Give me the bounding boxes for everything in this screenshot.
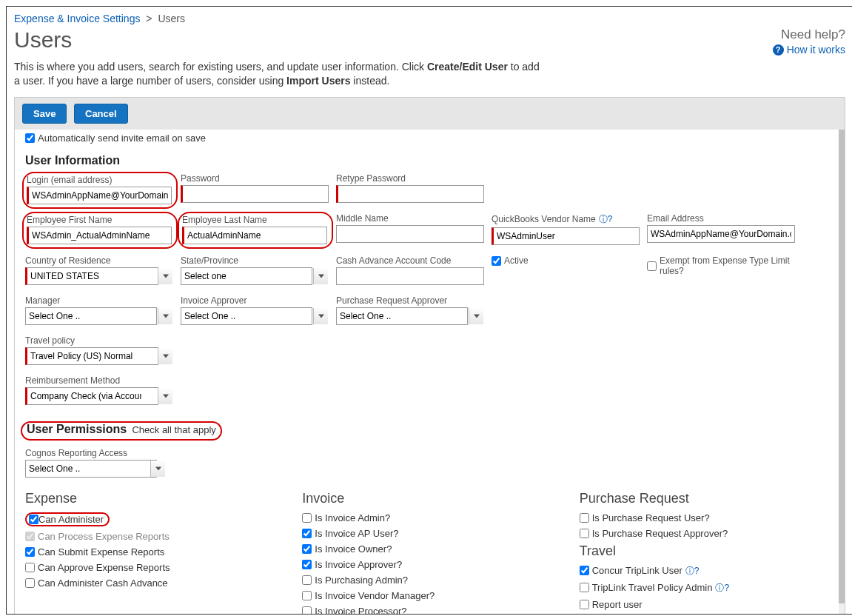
expense-perm-3[interactable]: Can Approve Expense Reports [25,562,280,573]
user-permissions-sub: Check all that apply [132,424,215,435]
exempt-field: Exempt from Expense Type Limit rules? [647,255,795,278]
page-title: Users [14,27,72,53]
invoice-perm-1[interactable]: Is Invoice AP User? [302,528,557,539]
invoice-perm-checkbox-4[interactable] [302,575,312,585]
state-select[interactable] [181,267,329,285]
state-label: State/Province [181,255,329,266]
invapprover-select[interactable] [181,307,329,325]
middle-name-field: Middle Name [336,213,484,243]
breadcrumb: Expense & Invoice Settings > Users [14,13,845,24]
invoice-perm-6[interactable]: Is Invoice Processor? [302,606,557,615]
travel-heading: Travel [580,543,834,559]
expense-perm-checkbox-3[interactable] [25,563,35,572]
prapprover-select[interactable] [336,307,484,325]
cognos-select[interactable] [25,460,166,478]
expense-perm-checkbox-4[interactable] [25,578,35,588]
auto-invite-row[interactable]: Automatically send invite email on save [25,133,834,144]
password-label: Password [181,173,329,184]
expense-col: Expense Can AdministerCan Process Expens… [25,489,280,615]
purchase-perm-label-1: Is Purchase Request Approver? [592,528,728,539]
qbvendor-field: QuickBooks Vendor Nameⓘ? [492,213,640,245]
middle-name-label: Middle Name [336,213,484,224]
manager-field: Manager [25,295,173,325]
invoice-perm-label-6: Is Invoice Processor? [315,606,406,615]
invoice-perm-checkbox-3[interactable] [302,560,312,569]
email-input[interactable] [647,225,795,243]
scroll-thumb[interactable] [839,130,845,603]
need-help-text: Need help? [773,27,845,42]
invoice-perm-5[interactable]: Is Invoice Vendor Manager? [302,590,557,601]
first-name-label: Employee First Name [27,215,172,225]
purchase-perm-0[interactable]: Is Purchase Request User? [580,512,834,523]
travelpolicy-label: Travel policy [25,335,173,346]
purchase-perm-checkbox-0[interactable] [580,513,589,523]
save-button[interactable]: Save [22,104,67,124]
invoice-perm-3[interactable]: Is Invoice Approver? [302,559,557,570]
invoice-perm-label-5: Is Invoice Vendor Manager? [315,590,435,601]
auto-invite-checkbox[interactable] [25,133,35,143]
invoice-perm-checkbox-1[interactable] [302,529,312,538]
expense-perm-4[interactable]: Can Administer Cash Advance [25,578,280,589]
travelpolicy-select[interactable] [25,347,173,365]
cash-field: Cash Advance Account Code [336,255,484,285]
user-permissions-highlight: User Permissions Check all that apply [21,421,222,441]
travel-perm-label-2: Report user [592,599,643,610]
state-field: State/Province [181,255,329,285]
travel-perm-label-0: Concur TripLink User [592,565,682,576]
manager-select[interactable] [25,307,173,325]
expense-perm-label-4: Can Administer Cash Advance [38,578,168,589]
expense-perm-checkbox-0[interactable] [29,515,38,524]
expense-perm-checkbox-2[interactable] [25,547,35,557]
email-field: Email Address [647,213,795,243]
travel-perm-0[interactable]: Concur TripLink User ⓘ? [580,565,834,578]
auto-invite-label: Automatically send invite email on save [38,133,206,144]
how-it-works-link[interactable]: ? How it works [773,44,845,56]
purchase-perm-checkbox-1[interactable] [580,529,589,538]
invoice-perm-checkbox-2[interactable] [302,544,312,554]
country-select[interactable] [25,267,173,285]
travel-perm-1[interactable]: TripLink Travel Policy Admin ⓘ? [580,582,834,595]
breadcrumb-current: Users [158,13,185,24]
travel-perm-checkbox-1[interactable] [580,583,589,592]
login-input[interactable] [27,187,172,204]
retype-input[interactable] [336,185,484,203]
email-label: Email Address [647,213,795,224]
exempt-checkbox[interactable] [647,261,657,271]
invoice-perm-label-0: Is Invoice Admin? [315,512,390,523]
breadcrumb-parent[interactable]: Expense & Invoice Settings [14,13,140,24]
travel-perm-2[interactable]: Report user [580,599,834,610]
expense-perm-2[interactable]: Can Submit Expense Reports [25,546,280,558]
help-icon[interactable]: ⓘ? [715,582,729,595]
invoice-perm-checkbox-5[interactable] [302,591,312,600]
breadcrumb-sep: > [146,13,152,24]
expense-perm-0[interactable]: Can Administer [25,512,280,526]
invoice-perm-0[interactable]: Is Invoice Admin? [302,512,557,523]
middle-name-input[interactable] [336,225,484,243]
cognos-label: Cognos Reporting Access [25,448,166,458]
reimb-select[interactable] [25,387,173,405]
purchase-perm-label-0: Is Purchase Request User? [592,512,710,523]
expense-heading: Expense [25,491,280,506]
cash-input[interactable] [336,267,484,285]
country-field: Country of Residence [25,255,173,285]
active-checkbox[interactable] [492,256,501,266]
invoice-perm-label-4: Is Purchasing Admin? [315,575,408,586]
cancel-button[interactable]: Cancel [74,104,128,124]
invoice-perm-2[interactable]: Is Invoice Owner? [302,543,557,555]
travel-perm-checkbox-2[interactable] [580,600,589,609]
invoice-perm-checkbox-6[interactable] [302,606,312,615]
qbvendor-input[interactable] [492,227,640,245]
purchase-perm-1[interactable]: Is Purchase Request Approver? [580,528,834,539]
invoice-perm-checkbox-0[interactable] [302,513,312,523]
expense-perm-highlight-0: Can Administer [25,512,110,526]
first-name-input[interactable] [27,227,172,244]
travel-perm-label-1: TripLink Travel Policy Admin [592,582,713,593]
help-icon[interactable]: ⓘ? [599,213,613,226]
help-icon[interactable]: ⓘ? [685,565,700,578]
last-name-input[interactable] [182,227,327,244]
scroll-track[interactable] [839,130,845,615]
invoice-perm-4[interactable]: Is Purchasing Admin? [302,575,557,586]
reimb-label: Reimbursement Method [25,375,173,386]
travel-perm-checkbox-0[interactable] [580,566,589,575]
password-input[interactable] [181,185,329,203]
